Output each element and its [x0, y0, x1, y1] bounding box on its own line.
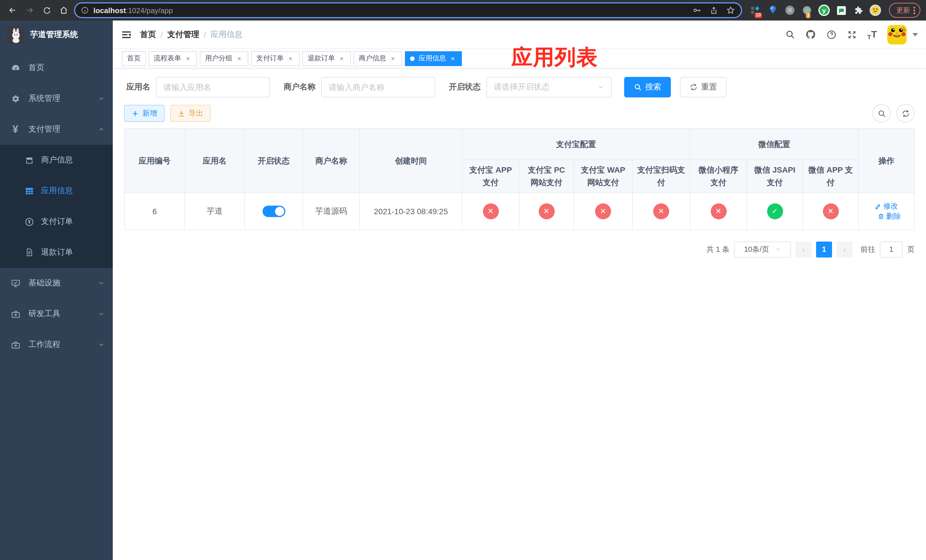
- close-icon[interactable]: ×: [184, 54, 192, 62]
- chevron-up-icon: [98, 126, 105, 133]
- edit-button[interactable]: 修改: [875, 201, 898, 211]
- shop-icon: [24, 155, 34, 165]
- page-annotation: 应用列表: [511, 43, 598, 72]
- help-icon[interactable]: [826, 29, 837, 39]
- cell-app-id: 6: [124, 193, 185, 230]
- chevron-down-icon: [598, 84, 604, 91]
- sidebar-item-infra[interactable]: 基础设施: [0, 268, 113, 298]
- prev-page-button[interactable]: ‹: [796, 242, 811, 257]
- goto-page-input[interactable]: [880, 242, 903, 257]
- col-app-id: 应用编号: [124, 129, 185, 193]
- sidebar-item-pay-order[interactable]: 支付订单: [0, 206, 113, 237]
- grid-table-icon: [24, 186, 34, 196]
- chrome-menu-icon[interactable]: [914, 6, 915, 14]
- status-fail-icon: ✕: [710, 203, 726, 219]
- sidebar-item-workflow[interactable]: 工作流程: [0, 329, 113, 360]
- monitor-icon: [10, 278, 21, 288]
- app-table: 应用编号 应用名 开启状态 商户名称 创建时间 支付宝配置 微信配置 操作 支付…: [124, 128, 915, 230]
- reload-icon[interactable]: [40, 3, 53, 17]
- share-icon[interactable]: [710, 6, 718, 15]
- tab-app-info[interactable]: 应用信息×: [405, 51, 462, 66]
- font-size-icon[interactable]: TT: [867, 29, 877, 40]
- extension-diamond-icon[interactable]: 10: [750, 5, 761, 16]
- cell-wx-jsapi: ✓: [747, 193, 803, 230]
- dashboard-icon: [10, 63, 21, 73]
- export-button[interactable]: 导出: [170, 105, 211, 122]
- logo-rabbit-image: [7, 26, 24, 44]
- chevron-down-icon: [775, 247, 781, 253]
- page-number-1[interactable]: 1: [816, 242, 832, 257]
- sidebar-item-devtools[interactable]: 研发工具: [0, 298, 113, 329]
- sidebar-item-refund-order[interactable]: 退款订单: [0, 237, 113, 268]
- chevron-down-icon: [98, 95, 105, 102]
- merchant-name-input[interactable]: [321, 77, 435, 97]
- search-button[interactable]: 搜索: [624, 77, 671, 97]
- table-row: 6 芋道 芋道源码 2021-10-23 08:49:25 ✕ ✕ ✕ ✕ ✕ …: [124, 193, 914, 230]
- url-text: localhost:1024/pay/app: [94, 6, 688, 15]
- extension-chat-icon[interactable]: [835, 5, 847, 16]
- back-icon[interactable]: [6, 3, 20, 17]
- close-icon[interactable]: ×: [286, 54, 294, 62]
- col-status: 开启状态: [245, 129, 303, 193]
- close-icon[interactable]: ×: [389, 54, 397, 62]
- table-toolbar: 新增 导出: [124, 104, 915, 123]
- chrome-update-button[interactable]: 更新: [889, 3, 920, 18]
- tab-home[interactable]: 首页: [122, 51, 146, 66]
- cell-ops: 修改 删除: [858, 193, 914, 230]
- page-unit-label: 页: [907, 244, 915, 255]
- page-size-select[interactable]: 10条/页: [734, 242, 791, 257]
- document-icon: [24, 247, 34, 257]
- col-alipay-pc: 支付宝 PC 网站支付: [519, 160, 574, 193]
- home-icon[interactable]: [57, 3, 71, 17]
- avatar-caret-icon[interactable]: [912, 33, 918, 36]
- app-name-label: 应用名: [126, 82, 150, 92]
- tab-pay-order[interactable]: 支付订单×: [251, 51, 300, 66]
- close-icon[interactable]: ×: [449, 54, 457, 62]
- password-key-icon[interactable]: [693, 6, 702, 15]
- forward-icon[interactable]: [23, 3, 36, 17]
- tab-merchant-info[interactable]: 商户信息×: [354, 51, 402, 66]
- extensions-puzzle-icon[interactable]: [853, 5, 864, 16]
- col-merchant: 商户名称: [303, 129, 360, 193]
- user-avatar[interactable]: [887, 25, 906, 44]
- fullscreen-icon[interactable]: [847, 29, 857, 39]
- extension-yuque-icon[interactable]: y: [819, 5, 830, 16]
- profile-avatar-icon[interactable]: [870, 5, 881, 16]
- close-icon[interactable]: ×: [235, 54, 243, 62]
- reset-button[interactable]: 重置: [680, 77, 727, 97]
- sidebar-item-system[interactable]: 系统管理: [0, 83, 113, 114]
- cell-alipay-app: ✕: [462, 193, 519, 230]
- extension-balloon-icon[interactable]: [767, 5, 779, 16]
- breadcrumb-home[interactable]: 首页: [140, 29, 156, 39]
- address-bar[interactable]: localhost:1024/pay/app: [74, 2, 742, 18]
- status-fail-icon: ✕: [539, 203, 554, 219]
- site-info-icon[interactable]: [81, 6, 89, 14]
- logo-row[interactable]: 芋道管理系统: [0, 21, 113, 49]
- tab-user-group[interactable]: 用户分组×: [200, 51, 248, 66]
- status-select[interactable]: 请选择开启状态: [486, 77, 612, 97]
- extension-record-icon[interactable]: 1: [801, 5, 813, 16]
- sidebar-item-app-info[interactable]: 应用信息: [0, 176, 113, 206]
- close-icon[interactable]: ×: [338, 54, 346, 62]
- next-page-button[interactable]: ›: [837, 242, 853, 257]
- sidebar-item-payment[interactable]: ¥ 支付管理: [0, 114, 113, 145]
- extension-command-icon[interactable]: ⌘: [784, 5, 796, 16]
- tab-refund-order[interactable]: 退款订单×: [303, 51, 351, 66]
- breadcrumb-payment[interactable]: 支付管理: [168, 29, 199, 39]
- breadcrumb: 首页 / 支付管理 / 应用信息: [140, 29, 243, 39]
- tab-process-form[interactable]: 流程表单×: [149, 51, 197, 66]
- status-toggle[interactable]: [262, 206, 285, 217]
- toggle-search-button[interactable]: [873, 104, 891, 123]
- refresh-button[interactable]: [896, 104, 915, 123]
- sidebar-fold-icon[interactable]: [121, 29, 132, 40]
- search-icon[interactable]: [785, 30, 795, 39]
- cell-created: 2021-10-23 08:49:25: [360, 193, 462, 230]
- sidebar-item-merchant-info[interactable]: 商户信息: [0, 145, 113, 176]
- sidebar-item-home[interactable]: 首页: [0, 52, 113, 83]
- bookmark-star-icon[interactable]: [726, 6, 735, 15]
- delete-button[interactable]: 删除: [878, 211, 901, 222]
- add-button[interactable]: 新增: [124, 105, 165, 122]
- app-name-input[interactable]: [156, 77, 270, 97]
- briefcase-icon: [10, 339, 21, 350]
- github-icon[interactable]: [805, 29, 816, 40]
